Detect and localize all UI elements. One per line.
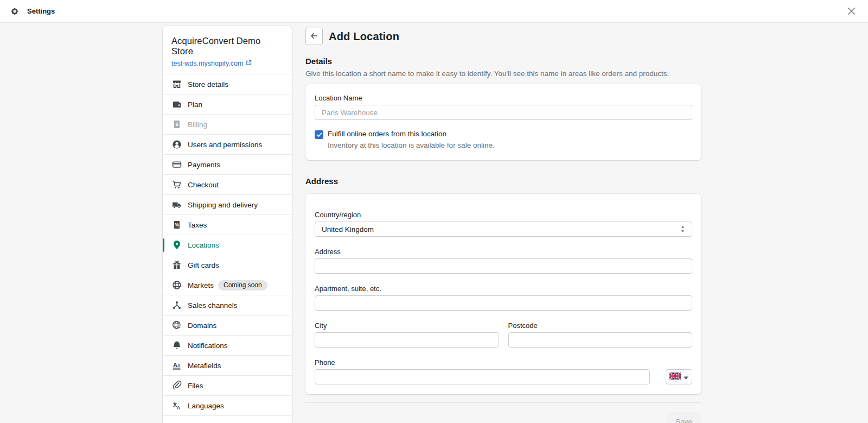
sidebar-item-payments[interactable]: Payments <box>163 155 292 175</box>
page-title: Add Location <box>329 30 399 43</box>
sidebar-item-label: Sales channels <box>188 301 238 310</box>
location-name-input[interactable] <box>315 105 692 120</box>
address-input[interactable] <box>315 258 692 274</box>
city-input[interactable] <box>315 332 499 348</box>
credit-card-icon <box>171 159 182 170</box>
select-caret-icon <box>680 225 685 233</box>
percent-receipt-icon: % <box>171 219 182 230</box>
city-label: City <box>315 321 499 330</box>
sidebar-item-label: Store details <box>188 80 228 89</box>
address-label: Address <box>315 248 692 256</box>
external-link-icon <box>246 60 252 67</box>
topbar-title: Settings <box>27 7 55 15</box>
phone-country-selector[interactable] <box>666 369 692 384</box>
sidebar-item-shipping-and-delivery[interactable]: Shipping and delivery <box>163 195 292 215</box>
translate-icon: A <box>171 400 182 411</box>
globe-cursor-icon <box>171 320 182 331</box>
gear-icon <box>10 7 20 16</box>
phone-input[interactable] <box>315 369 650 384</box>
country-select[interactable]: United Kingdom <box>315 222 692 237</box>
network-icon <box>171 300 182 311</box>
truck-icon <box>171 199 182 210</box>
sidebar-item-label: Plan <box>188 100 202 109</box>
close-icon[interactable] <box>845 4 858 18</box>
metafields-aa-icon: Aa <box>171 360 182 371</box>
details-card: Location Name Fulfill online orders from… <box>305 84 701 160</box>
details-description: Give this location a short name to make … <box>305 70 701 78</box>
sidebar-item-label: Gift cards <box>188 261 219 269</box>
sidebar-item-plan[interactable]: Plan <box>163 94 292 115</box>
paperclip-icon <box>171 380 182 391</box>
sidebar-item-metafields[interactable]: Aa Metafields <box>163 356 292 376</box>
sidebar-item-store-details[interactable]: Store details <box>163 74 292 94</box>
sidebar-item-domains[interactable]: Domains <box>163 315 292 336</box>
sidebar-item-label: Notifications <box>188 342 228 350</box>
store-domain-link[interactable]: test-wds.myshopify.com <box>171 60 283 67</box>
sidebar-item-gift-cards[interactable]: Gift cards <box>163 255 292 275</box>
sidebar-item-markets[interactable]: Markets Coming soon <box>163 275 292 295</box>
postcode-input[interactable] <box>508 332 693 348</box>
phone-label: Phone <box>315 358 692 367</box>
address-heading: Address <box>305 176 701 186</box>
chevron-down-icon <box>684 373 688 381</box>
sidebar-item-label: Billing <box>188 121 207 129</box>
coming-soon-badge: Coming soon <box>218 280 267 291</box>
country-selected-value: United Kingdom <box>322 225 374 233</box>
details-heading: Details <box>305 56 701 66</box>
sidebar-item-label: Domains <box>188 321 216 330</box>
sidebar-item-billing[interactable]: $ Billing <box>163 115 292 135</box>
globe-icon <box>171 280 182 291</box>
sidebar-item-notifications[interactable]: Notifications <box>163 336 292 356</box>
sidebar-item-label: Checkout <box>188 181 219 189</box>
sidebar-item-locations[interactable]: Locations <box>163 235 292 255</box>
cart-icon <box>171 179 182 190</box>
location-pin-icon <box>171 239 182 250</box>
bell-icon <box>171 340 182 351</box>
sidebar-item-label: Users and permissions <box>188 141 262 149</box>
apartment-input[interactable] <box>315 295 692 311</box>
united-kingdom-flag-icon <box>669 373 681 381</box>
gift-icon <box>171 260 182 270</box>
address-card: Country/region United Kingdom Address Ap… <box>305 194 701 394</box>
settings-sidebar: AcquireConvert Demo Store test-wds.mysho… <box>163 26 292 423</box>
svg-text:a: a <box>177 362 181 368</box>
svg-text:$: $ <box>175 121 178 127</box>
sidebar-item-label: Languages <box>188 402 224 410</box>
sidebar-item-label: Taxes <box>188 221 207 229</box>
sidebar-item-label: Markets <box>188 281 214 289</box>
sidebar-item-label: Locations <box>188 241 219 249</box>
country-label: Country/region <box>315 211 692 219</box>
store-header: AcquireConvert Demo Store test-wds.mysho… <box>163 26 292 74</box>
sidebar-item-label: Shipping and delivery <box>188 201 258 209</box>
save-button[interactable]: Save <box>666 412 701 423</box>
sidebar-item-label: Files <box>188 382 203 390</box>
sidebar-item-label: Metafields <box>188 362 221 370</box>
sidebar-item-languages[interactable]: A Languages <box>163 396 292 416</box>
wallet-icon <box>171 99 182 110</box>
svg-text:%: % <box>175 222 179 228</box>
sidebar-item-files[interactable]: Files <box>163 376 292 396</box>
svg-text:A: A <box>177 405 181 411</box>
settings-topbar: Settings <box>0 0 868 23</box>
apartment-label: Apartment, suite, etc. <box>315 285 692 293</box>
store-domain-text: test-wds.myshopify.com <box>171 60 243 67</box>
billing-icon: $ <box>171 119 182 130</box>
store-name: AcquireConvert Demo Store <box>171 36 283 56</box>
fulfill-orders-checkbox[interactable] <box>315 130 323 139</box>
svg-text:A: A <box>173 362 177 368</box>
fulfill-orders-help: Inventory at this location is available … <box>328 141 495 149</box>
page-footer: Save <box>305 402 701 423</box>
sidebar-item-users-and-permissions[interactable]: Users and permissions <box>163 135 292 155</box>
sidebar-item-checkout[interactable]: Checkout <box>163 175 292 195</box>
arrow-left-icon <box>310 31 318 42</box>
storefront-icon <box>171 79 182 90</box>
sidebar-item-taxes[interactable]: % Taxes <box>163 215 292 235</box>
back-button[interactable] <box>305 28 323 45</box>
sidebar-item-label: Payments <box>188 161 220 169</box>
postcode-label: Postcode <box>508 321 693 330</box>
add-location-page: Add Location Details Give this location … <box>305 26 701 423</box>
sidebar-item-sales-channels[interactable]: Sales channels <box>163 295 292 315</box>
fulfill-orders-label[interactable]: Fulfill online orders from this location <box>328 130 495 138</box>
location-name-label: Location Name <box>315 94 692 102</box>
settings-nav: Store details Plan $ Billing Users and p… <box>163 74 292 416</box>
